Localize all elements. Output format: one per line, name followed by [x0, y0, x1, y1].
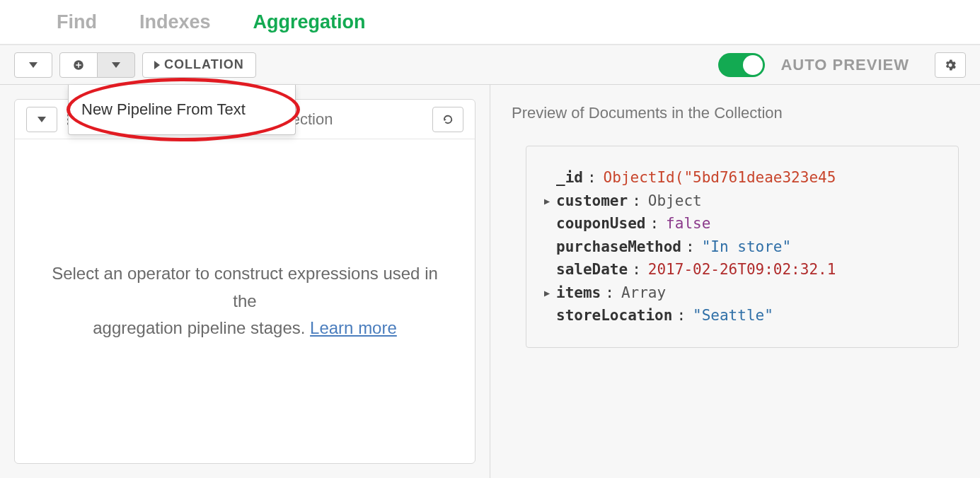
pipeline-card-body: Select an operator to construct expressi…	[15, 139, 475, 463]
pipeline-placeholder: Select an operator to construct expressi…	[43, 260, 446, 342]
gear-icon	[943, 58, 957, 72]
field-value: "In store"	[702, 235, 791, 259]
field-key: customer	[556, 190, 628, 213]
collation-button[interactable]: COLLATION	[142, 52, 256, 78]
new-pipeline-dropdown[interactable]: New Pipeline From Text	[68, 85, 296, 135]
placeholder-line1: Select an operator to construct expressi…	[52, 264, 438, 310]
field-value: Object	[648, 190, 702, 213]
add-pipeline-button[interactable]	[59, 52, 98, 78]
doc-field-customer: ▸ customer: Object	[542, 190, 942, 213]
field-key: items	[556, 281, 601, 305]
field-key: storeLocation	[556, 304, 672, 327]
field-value: 2017-02-26T09:02:32.1	[648, 258, 836, 281]
collation-label: COLLATION	[164, 57, 244, 72]
caret-down-icon	[112, 62, 120, 68]
add-pipeline-dropdown-toggle[interactable]	[97, 52, 135, 78]
placeholder-line2-pre: aggregation pipeline stages.	[93, 318, 310, 337]
auto-preview-label: AUTO PREVIEW	[780, 56, 909, 74]
doc-field-purchasemethod: purchaseMethod: "In store"	[542, 235, 942, 259]
aggregation-toolbar: COLLATION AUTO PREVIEW New Pipeline From…	[0, 45, 980, 85]
preview-pane: Preview of Documents in the Collection _…	[490, 85, 980, 478]
aggregation-main: 5000 Documentsin the Collection Select a…	[0, 85, 980, 478]
auto-preview-toggle[interactable]	[718, 53, 765, 77]
expand-button[interactable]	[14, 52, 52, 78]
pipeline-pane: 5000 Documentsin the Collection Select a…	[0, 85, 490, 478]
collapse-stage-button[interactable]	[26, 107, 57, 132]
learn-more-link[interactable]: Learn more	[310, 318, 397, 337]
expand-icon[interactable]: ▸	[542, 190, 552, 213]
refresh-button[interactable]	[432, 107, 463, 132]
caret-right-icon	[154, 61, 160, 69]
field-value: "Seattle"	[693, 304, 773, 327]
toggle-knob	[743, 55, 763, 75]
tab-aggregation[interactable]: Aggregation	[253, 11, 366, 33]
tab-find[interactable]: Find	[57, 11, 97, 33]
chevron-down-icon	[38, 117, 46, 122]
field-key: couponUsed	[556, 212, 645, 235]
doc-field-saledate: saleDate: 2017-02-26T09:02:32.1	[542, 258, 942, 281]
field-value: false	[666, 212, 710, 235]
doc-field-couponused: couponUsed: false	[542, 212, 942, 235]
refresh-icon	[442, 113, 454, 126]
settings-button[interactable]	[935, 52, 966, 78]
tab-indexes[interactable]: Indexes	[139, 11, 211, 33]
new-pipeline-from-text-item[interactable]: New Pipeline From Text	[81, 100, 246, 118]
field-value: ObjectId("5bd761deae323e45	[604, 166, 836, 190]
collection-tabs: Find Indexes Aggregation	[0, 0, 980, 45]
add-pipeline-button-group	[59, 52, 135, 78]
doc-field-items: ▸ items: Array	[542, 281, 942, 305]
field-key: purchaseMethod	[556, 235, 681, 259]
field-value: Array	[621, 281, 666, 305]
preview-header: Preview of Documents in the Collection	[490, 85, 980, 124]
field-key: saleDate	[556, 258, 628, 281]
document-preview: _id: ObjectId("5bd761deae323e45 ▸ custom…	[526, 146, 959, 348]
field-key: _id	[556, 166, 583, 190]
doc-field-id: _id: ObjectId("5bd761deae323e45	[542, 166, 942, 190]
chevron-down-icon	[29, 62, 38, 68]
doc-field-storelocation: storeLocation: "Seattle"	[542, 304, 942, 327]
expand-icon[interactable]: ▸	[542, 281, 552, 305]
svg-rect-2	[76, 64, 81, 66]
pipeline-card: 5000 Documentsin the Collection Select a…	[14, 99, 475, 464]
plus-circle-icon	[72, 59, 85, 71]
